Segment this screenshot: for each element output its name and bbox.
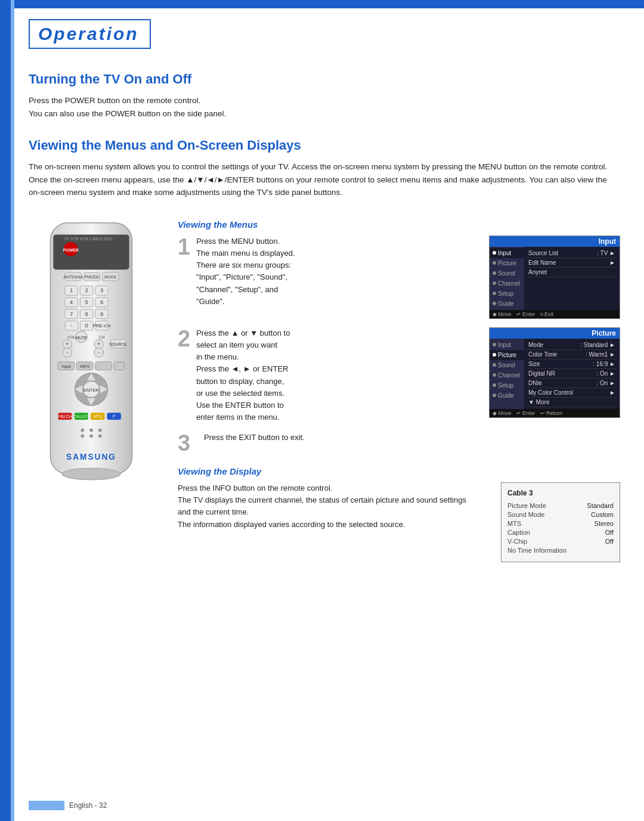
value-mts: Stereo	[595, 520, 614, 527]
footer-enter: ↵ Enter	[516, 311, 535, 317]
step2-row: 2 Press the ▲ or ▼ button to select an i…	[178, 327, 620, 423]
display-body1: Press the INFO button on the remote cont…	[178, 482, 477, 531]
tv-screen1: Input Input Picture Sound Channel Setup …	[489, 236, 620, 319]
section1-line1: Press the POWER button on the remote con…	[29, 96, 200, 105]
tv-screen1-body: Input Picture Sound Channel Setup Guide …	[490, 247, 620, 310]
menu-row: Edit Name►	[527, 258, 617, 268]
svg-text:-: -	[98, 349, 100, 355]
menu-row: Source List: TV ►	[527, 249, 617, 258]
svg-text:TV  STB  VCR  CABLE  DVD: TV STB VCR CABLE DVD	[64, 237, 113, 241]
svg-text:6: 6	[100, 299, 103, 305]
svg-text:7: 7	[70, 311, 73, 317]
footer-exit: ⎋ Exit	[540, 311, 554, 317]
dot	[493, 302, 496, 305]
svg-text:MUTE: MUTE	[76, 336, 88, 340]
tv-screen1-footer: ◆ Move ↵ Enter ⎋ Exit	[490, 310, 620, 318]
display-row-notime: No Time Information	[507, 547, 614, 554]
remote-control-image: POWER TV STB VCR CABLE DVD ANTENNA PMODE…	[35, 217, 148, 503]
step3-row: 3 Press the EXIT button to exit.	[178, 432, 620, 454]
step3-content: Press the EXIT button to exit.	[204, 432, 620, 444]
dot	[493, 353, 496, 357]
svg-point-77	[62, 468, 120, 480]
step1-text: Press the MENU button. The main menu is …	[196, 236, 477, 308]
menu-row: Color Tone: Warm1 ►	[527, 350, 617, 360]
footer-enter2: ↵ Enter	[516, 410, 535, 416]
menu-row: ▼ More	[527, 398, 617, 407]
section2-title: Viewing the Menus and On-Screen Displays	[29, 138, 620, 153]
sidebar-item-guide: Guide	[490, 299, 524, 309]
tv-screen2: Picture Input Picture Sound Channel Setu…	[489, 327, 620, 418]
step1-number: 1	[178, 236, 190, 258]
sidebar-item-input2: Input	[490, 340, 524, 350]
step3-text: Press the EXIT button to exit.	[204, 432, 620, 444]
value-caption: Off	[605, 529, 614, 536]
svg-text:SOURCE: SOURCE	[109, 342, 127, 346]
svg-text:PMODE: PMODE	[84, 275, 100, 279]
step2-text: Press the ▲ or ▼ button to select an ite…	[196, 327, 477, 423]
menu-row: My Color Control►	[527, 388, 617, 398]
sidebar-item-sound2: Sound	[490, 360, 524, 370]
svg-rect-52	[114, 362, 125, 370]
svg-text:CH: CH	[99, 335, 105, 339]
label-vchip: V-Chip	[507, 538, 527, 545]
svg-point-71	[89, 429, 93, 432]
bottom-layout: POWER TV STB VCR CABLE DVD ANTENNA PMODE…	[29, 217, 620, 562]
dot	[493, 281, 496, 285]
svg-point-72	[98, 429, 102, 432]
tv-sidebar1: Input Picture Sound Channel Setup Guide	[490, 247, 524, 310]
menu-row: Anynet	[527, 268, 617, 277]
sidebar-item-sound: Sound	[490, 268, 524, 278]
display-channel: Cable 3	[507, 489, 614, 497]
footer-move: ◆ Move	[493, 311, 512, 317]
svg-rect-51	[95, 362, 112, 370]
viewing-menus-subtitle: Viewing the Menus	[178, 219, 620, 230]
viewing-display-subtitle: Viewing the Display	[178, 466, 620, 476]
sidebar-item-guide2: Guide	[490, 391, 524, 401]
menu-row: Digital NR: On ►	[527, 369, 617, 379]
svg-text:CH.LIST: CH.LIST	[73, 414, 89, 419]
display-info-box: Cable 3 Picture Mode Standard Sound Mode…	[501, 482, 620, 562]
dot	[493, 251, 496, 255]
display-row-sound: Sound Mode Custom	[507, 511, 614, 518]
tv-sidebar2: Input Picture Sound Channel Setup Guide	[490, 339, 524, 409]
dot	[493, 261, 496, 265]
section1-line2: You can also use the POWER button on the…	[29, 109, 226, 118]
svg-text:3: 3	[100, 287, 103, 293]
sidebar-item-picture: Picture	[490, 258, 524, 268]
sidebar-item-setup2: Setup	[490, 380, 524, 391]
instructions-column: Viewing the Menus 1 Press the MENU butto…	[178, 217, 620, 562]
left-bar	[0, 0, 11, 821]
svg-text:MODE: MODE	[104, 275, 117, 279]
label-notime: No Time Information	[507, 547, 566, 554]
svg-text:-: -	[70, 323, 72, 329]
svg-text:+: +	[97, 341, 100, 347]
page-title: Operation	[38, 24, 139, 44]
svg-text:SAMSUNG: SAMSUNG	[66, 452, 116, 461]
label-picture: Picture Mode	[507, 502, 546, 509]
svg-text:2: 2	[85, 287, 88, 293]
display-row-picture: Picture Mode Standard	[507, 502, 614, 509]
footer-return2: ↩ Return	[540, 410, 563, 416]
dot	[493, 373, 496, 377]
value-vchip: Off	[605, 538, 614, 545]
sidebar-item-input: Input	[490, 248, 524, 258]
section2-body: The on-screen menu system allows you to …	[29, 160, 620, 199]
svg-text:FAV.CH: FAV.CH	[58, 414, 72, 419]
value-sound: Custom	[591, 511, 614, 518]
viewing-display-text: Press the INFO button on the remote cont…	[178, 482, 477, 562]
svg-text:5: 5	[85, 299, 88, 305]
top-bar	[0, 0, 644, 8]
section1-body: Press the POWER button on the remote con…	[29, 94, 620, 120]
tv-screen2-body: Input Picture Sound Channel Setup Guide …	[490, 339, 620, 409]
footer-text: English - 32	[69, 801, 107, 810]
svg-text:9: 9	[100, 311, 103, 317]
operation-title-box: Operation	[29, 19, 151, 49]
svg-text:+: +	[66, 341, 69, 347]
svg-text:8: 8	[85, 311, 88, 317]
svg-text:4: 4	[70, 299, 73, 305]
tv-screen1-header: Input	[490, 236, 620, 247]
step2-content: Press the ▲ or ▼ button to select an ite…	[196, 327, 477, 423]
svg-point-70	[80, 429, 84, 432]
display-row-vchip: V-Chip Off	[507, 538, 614, 545]
tv-screen2-main: Mode: Standard ► Color Tone: Warm1 ► Siz…	[524, 339, 620, 409]
